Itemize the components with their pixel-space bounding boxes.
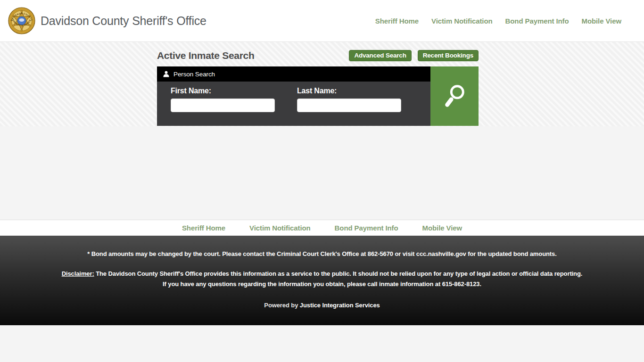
search-band: Active Inmate Search Advanced Search Rec… [0,42,644,126]
last-name-label: Last Name: [297,87,401,95]
footer-link-mobile-view[interactable]: Mobile View [422,224,462,232]
footer-link-sheriff-home[interactable]: Sheriff Home [182,224,225,232]
powered-by: Powered by Justice Integration Services [0,288,644,309]
footer: * Bond amounts may be changed by the cou… [0,236,644,325]
nav-link-mobile-view[interactable]: Mobile View [582,17,621,25]
first-name-label: First Name: [171,87,275,95]
powered-link[interactable]: Justice Integration Services [300,302,380,309]
footer-link-victim-notification[interactable]: Victim Notification [249,224,311,232]
disclaimer: Disclaimer: The Davidson County Sheriff'… [0,257,644,277]
footer-link-bond-payment-info[interactable]: Bond Payment Info [335,224,398,232]
disclaimer-label: Disclaimer: [62,270,94,277]
panel-header: Person Search [157,66,430,82]
bond-note: * Bond amounts may be changed by the cou… [0,236,644,257]
nav-link-sheriff-home[interactable]: Sheriff Home [375,17,419,25]
person-search-panel: Person Search First Name: Last Name: [157,66,479,126]
nav-link-bond-payment-info[interactable]: Bond Payment Info [505,17,569,25]
recent-bookings-button[interactable]: Recent Bookings [418,50,479,61]
person-icon [163,71,169,77]
advanced-search-button[interactable]: Advanced Search [349,50,411,61]
brand[interactable]: DAVIDSON COUNTY SHERIFF'S OFFICE Davidso… [8,7,206,34]
magnifier-icon [441,82,468,110]
panel-body: First Name: Last Name: [157,82,430,126]
questions-line: If you have any questions regarding the … [0,277,644,288]
sheriff-badge-logo: DAVIDSON COUNTY SHERIFF'S OFFICE [8,7,35,34]
last-name-field-group: Last Name: [297,87,401,126]
page-title: Active Inmate Search [157,50,254,61]
search-button[interactable] [430,66,479,126]
site-title: Davidson County Sheriff's Office [41,14,206,28]
person-search-form: Person Search First Name: Last Name: [157,66,430,126]
header: DAVIDSON COUNTY SHERIFF'S OFFICE Davidso… [0,0,644,42]
last-name-input[interactable] [297,99,401,112]
footer-nav: Sheriff Home Victim Notification Bond Pa… [0,220,644,236]
page-bottom-area [0,325,644,362]
panel-header-label: Person Search [173,71,215,78]
nav-link-victim-notification[interactable]: Victim Notification [431,17,493,25]
main-empty-area [0,126,644,220]
first-name-input[interactable] [171,99,275,112]
title-buttons: Advanced Search Recent Bookings [349,50,479,61]
top-nav: Sheriff Home Victim Notification Bond Pa… [375,17,621,25]
powered-prefix: Powered by [264,302,299,309]
disclaimer-text: The Davidson County Sheriff's Office pro… [94,270,583,277]
first-name-field-group: First Name: [171,87,275,126]
page: DAVIDSON COUNTY SHERIFF'S OFFICE Davidso… [0,0,644,362]
